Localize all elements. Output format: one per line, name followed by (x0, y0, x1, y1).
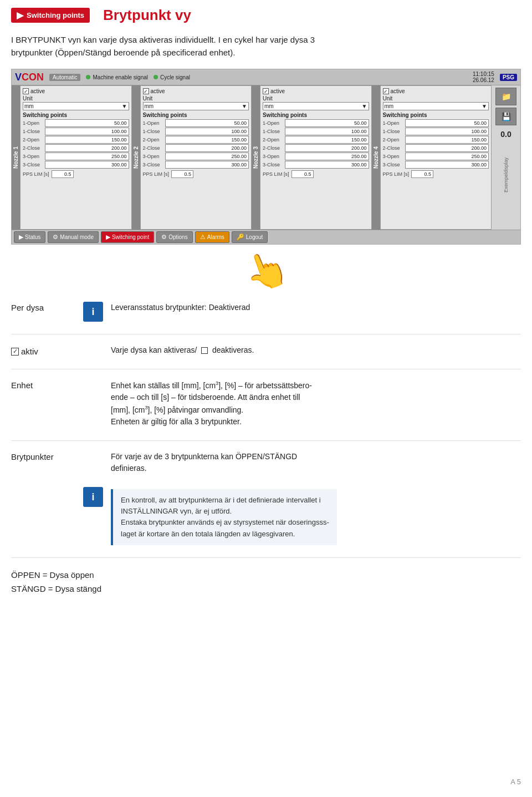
hand-icon: 👆 (238, 244, 294, 298)
sc-bottombar: ▶ Status ⚙ Manual mode ▶ Switching point… (12, 230, 520, 244)
nozzle1-sp2open-input[interactable]: 150.00 (45, 136, 129, 144)
nozzle2-sp2open-input[interactable]: 150.00 (165, 136, 249, 144)
nozzle2-sp1open-input[interactable]: 50.00 (165, 119, 249, 127)
nozzle1-sp3open-input[interactable]: 250.00 (45, 153, 129, 160)
alarms-button[interactable]: ⚠ Alarms (195, 231, 229, 243)
nozzle3-pps-row: PPS LIM [s] 0.5 (263, 170, 369, 178)
enhet-label: Enhet (11, 379, 83, 390)
nozzle4-sp2open-input[interactable]: 150.00 (405, 136, 489, 144)
nozzle3-active-row: ✓ active (263, 88, 369, 94)
nozzle2-dropdown[interactable]: mm▼ (143, 102, 249, 110)
sc-right-panel: 📁 💾 0.0 Exempeldisplay (492, 85, 520, 230)
nozzle3-sp1close-input[interactable]: 100.00 (285, 128, 369, 135)
nozzle2-pps-input[interactable]: 0.5 (171, 170, 193, 178)
nozzle1-sp1close: 1-Close 100.00 (23, 128, 129, 135)
nozzle3-sp3close-input[interactable]: 300.00 (285, 161, 369, 169)
nozzle2-active-row: ✓ active (143, 88, 249, 94)
nozzle3-sp3open-input[interactable]: 250.00 (285, 153, 369, 160)
nozzle4-sp2close-input[interactable]: 200.00 (405, 144, 489, 152)
nozzle3-sp1close: 1-Close 100.00 (263, 128, 369, 135)
nozzle2-sp2close-input[interactable]: 200.00 (165, 144, 249, 152)
nozzle2-sp1close-input[interactable]: 100.00 (165, 128, 249, 135)
intro-line2: brytpunkter (Öppen/Stängd beroende på sp… (11, 48, 235, 57)
nozzle4-sp1close-input[interactable]: 100.00 (405, 128, 489, 135)
nozzle4-pps-input[interactable]: 0.5 (411, 170, 433, 178)
nozzle4-sp3open-input[interactable]: 250.00 (405, 153, 489, 160)
nozzle2-wrapper: Nozzle 2 ✓ active Unit mm▼ Switching poi… (132, 85, 252, 230)
per-dysa-content: Leveransstatus brytpunkter: Deaktiverad (111, 302, 521, 314)
nozzle4-sp3close-input[interactable]: 300.00 (405, 161, 489, 169)
content-area: Per dysa i Leveransstatus brytpunkter: D… (0, 296, 532, 607)
nozzle3-pps-input[interactable]: 0.5 (291, 170, 314, 178)
nozzle3-sp2open-input[interactable]: 150.00 (285, 136, 369, 144)
nozzle1-sp2close-input[interactable]: 200.00 (45, 144, 129, 152)
brytpunkter-section: Brytpunkter För varje av de 3 brytpunkte… (11, 451, 521, 475)
save-icon: 💾 (495, 108, 516, 125)
example-display-label: Exempeldisplay (503, 158, 509, 192)
options-label: Options (168, 234, 187, 240)
nozzle3-dropdown[interactable]: mm▼ (263, 102, 369, 110)
nozzle4-dropdown[interactable]: mm▼ (383, 102, 489, 110)
aktiv-text: aktiv (21, 347, 38, 356)
logout-button[interactable]: 🔑 Logout (232, 231, 268, 243)
per-dysa-section: Per dysa i Leveransstatus brytpunkter: D… (11, 302, 521, 322)
nozzle3-label: Nozzle 3 (252, 85, 260, 230)
def-open: ÖPPEN = Dysa öppen (11, 568, 521, 582)
brytpunkter-content: För varje av de 3 brytpunkterna kan ÖPPE… (111, 451, 521, 475)
switching-point-button[interactable]: ▶ Switching point (101, 231, 154, 243)
nozzle4-label: Nozzle 4 (372, 85, 380, 230)
nozzle1-sp3close-input[interactable]: 300.00 (45, 161, 129, 169)
cycle-dot (154, 75, 158, 79)
nozzle3-sp1open-input[interactable]: 50.00 (285, 119, 369, 127)
options-button[interactable]: ⚙ Options (156, 231, 192, 243)
divider3 (11, 440, 521, 441)
nozzle2-sp3open-input[interactable]: 250.00 (165, 153, 249, 160)
brytpunkter-label: Brytpunkter (11, 451, 83, 461)
info-box-icon: i (83, 487, 103, 507)
manual-mode-button[interactable]: ⚙ Manual mode (48, 231, 99, 243)
nozzle2-label: Nozzle 2 (132, 85, 140, 230)
signal-dot (86, 75, 90, 79)
nozzle1-dropdown[interactable]: mm▼ (23, 102, 129, 110)
screenshot-box: VCON Automatic Machine enable signal Cyc… (11, 69, 521, 245)
status-button[interactable]: ▶ Status (14, 231, 45, 243)
nozzle1-sp3open: 3-Open 250.00 (23, 153, 129, 160)
nozzle4-unit-label: Unit (383, 95, 489, 101)
nozzle4-sp3open: 3-Open 250.00 (383, 153, 489, 160)
header-badge: ▶ Switching points (11, 8, 90, 23)
nozzle4-wrapper: Nozzle 4 ✓ active Unit mm▼ Switching poi… (372, 85, 492, 230)
hand-container: 👆 (0, 250, 532, 292)
nozzle3-checkbox[interactable]: ✓ (263, 88, 269, 94)
nozzle2-sp-label: Switching points (143, 112, 249, 118)
nozzle4-sp1close: 1-Close 100.00 (383, 128, 489, 135)
psg-badge: PSG (500, 74, 517, 81)
nozzle2-sp3close-input[interactable]: 300.00 (165, 161, 249, 169)
nozzle1-sp1close-input[interactable]: 100.00 (45, 128, 129, 135)
nozzle4-active-row: ✓ active (383, 88, 489, 94)
nozzle1-pps-input[interactable]: 0.5 (52, 170, 74, 178)
alarms-label: Alarms (207, 234, 224, 240)
vcon-topbar: VCON Automatic Machine enable signal Cyc… (12, 69, 520, 85)
nozzle4-checkbox[interactable]: ✓ (383, 88, 389, 94)
nozzle3-sp2close-input[interactable]: 200.00 (285, 144, 369, 152)
nozzle1-active-row: ✓ active (23, 88, 129, 94)
nozzle4-sp1open-input[interactable]: 50.00 (405, 119, 489, 127)
nozzle2-unit-label: Unit (143, 95, 249, 101)
nozzle1-wrapper: Nozzle 1 ✓ active Unit mm▼ Switching poi… (12, 85, 132, 230)
nozzle4-sp2close: 2-Close 200.00 (383, 144, 489, 152)
nozzle1-checkbox[interactable]: ✓ (23, 88, 29, 94)
nozzle2-sp2close: 2-Close 200.00 (143, 144, 249, 152)
nozzle4-sp2open: 2-Open 150.00 (383, 136, 489, 144)
per-dysa-info: Leveransstatus brytpunkter: Deaktiverad (111, 303, 250, 312)
machine-signal-label: Machine enable signal (93, 74, 148, 80)
nozzle2-sp1open: 1-Open 50.00 (143, 119, 249, 127)
divider2 (11, 369, 521, 369)
nozzle3-unit-label: Unit (263, 95, 369, 101)
nozzle4-sp3close: 3-Close 300.00 (383, 161, 489, 169)
nozzle4-pps-row: PPS LIM [s] 0.5 (383, 170, 489, 178)
nozzle2-checkbox[interactable]: ✓ (143, 88, 149, 94)
nozzle1-unit-label: Unit (23, 95, 129, 101)
aktiv-checkbox (11, 348, 19, 356)
options-icon: ⚙ (161, 233, 167, 241)
nozzle1-sp1open-input[interactable]: 50.00 (45, 119, 129, 127)
